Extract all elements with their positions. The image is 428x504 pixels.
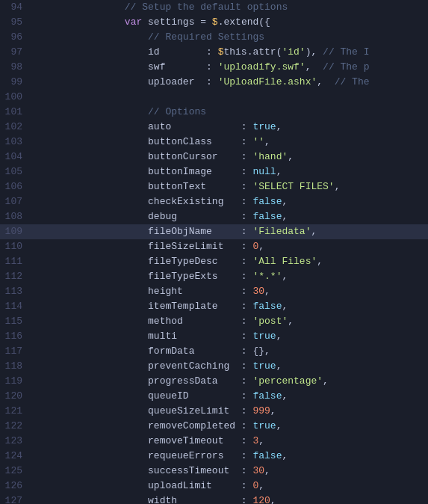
line-content: checkExisting : false, [31, 194, 428, 209]
line-content: progressData : 'percentage', [31, 374, 428, 389]
code-line: 123 removeTimeout : 3, [0, 434, 428, 449]
line-number: 127 [0, 494, 31, 504]
line-number: 126 [0, 479, 31, 494]
line-number: 102 [0, 120, 31, 135]
line-content: method : 'post', [31, 314, 428, 329]
line-number: 106 [0, 179, 31, 194]
line-number: 125 [0, 464, 31, 479]
code-line: 100 [0, 90, 428, 105]
line-content: width : 120, [31, 494, 428, 504]
code-line: 95 var settings = $.extend({ [0, 15, 428, 30]
code-line: 109 fileObjName : 'Filedata', [0, 224, 428, 239]
code-line: 99 uploader : 'UploadFile.ashx', // The [0, 75, 428, 90]
code-line: 108 debug : false, [0, 209, 428, 224]
code-line: 98 swf : 'uploadify.swf', // The p [0, 60, 428, 75]
line-content: queueSizeLimit : 999, [31, 404, 428, 419]
code-line: 116 multi : true, [0, 329, 428, 344]
line-number: 123 [0, 434, 31, 449]
line-content: swf : 'uploadify.swf', // The p [31, 60, 428, 75]
code-line: 111 fileTypeDesc : 'All Files', [0, 254, 428, 269]
line-number: 104 [0, 150, 31, 165]
line-number: 103 [0, 135, 31, 150]
line-content: // Required Settings [31, 30, 428, 45]
line-content: removeCompleted : true, [31, 419, 428, 434]
line-number: 94 [0, 0, 31, 15]
code-line: 96 // Required Settings [0, 30, 428, 45]
line-number: 118 [0, 359, 31, 374]
line-content: multi : true, [31, 329, 428, 344]
line-content: buttonCursor : 'hand', [31, 150, 428, 165]
line-number: 116 [0, 329, 31, 344]
code-line: 105 buttonImage : null, [0, 165, 428, 179]
code-line: 127 width : 120, [0, 494, 428, 504]
code-line: 97 id : $this.attr('id'), // The I [0, 45, 428, 60]
line-content: requeueErrors : false, [31, 449, 428, 464]
line-number: 101 [0, 105, 31, 120]
line-content: id : $this.attr('id'), // The I [31, 45, 428, 60]
code-line: 121 queueSizeLimit : 999, [0, 404, 428, 419]
code-line: 118 preventCaching : true, [0, 359, 428, 374]
code-line: 110 fileSizeLimit : 0, [0, 239, 428, 254]
line-content: fileSizeLimit : 0, [31, 239, 428, 254]
line-number: 112 [0, 269, 31, 284]
line-content: // Setup the default options [31, 0, 428, 15]
line-number: 119 [0, 374, 31, 389]
line-number: 121 [0, 404, 31, 419]
code-line: 106 buttonText : 'SELECT FILES', [0, 179, 428, 194]
line-content: fileTypeDesc : 'All Files', [31, 254, 428, 269]
line-content: height : 30, [31, 284, 428, 299]
line-content: preventCaching : true, [31, 359, 428, 374]
line-number: 98 [0, 60, 31, 75]
line-number: 124 [0, 449, 31, 464]
line-content: uploader : 'UploadFile.ashx', // The [31, 75, 428, 90]
code-line: 112 fileTypeExts : '*.*', [0, 269, 428, 284]
code-line: 114 itemTemplate : false, [0, 299, 428, 314]
code-line: 103 buttonClass : '', [0, 135, 428, 150]
line-content: fileTypeExts : '*.*', [31, 269, 428, 284]
line-content: buttonClass : '', [31, 135, 428, 150]
code-line: 119 progressData : 'percentage', [0, 374, 428, 389]
line-content [31, 90, 428, 105]
line-number: 111 [0, 254, 31, 269]
code-line: 126 uploadLimit : 0, [0, 479, 428, 494]
code-line: 117 formData : {}, [0, 344, 428, 359]
line-content: buttonImage : null, [31, 165, 428, 179]
line-content: debug : false, [31, 209, 428, 224]
line-number: 95 [0, 15, 31, 30]
line-number: 100 [0, 90, 31, 105]
code-line: 120 queueID : false, [0, 389, 428, 404]
line-content: successTimeout : 30, [31, 464, 428, 479]
code-line: 113 height : 30, [0, 284, 428, 299]
code-line: 101 // Options [0, 105, 428, 120]
line-number: 109 [0, 224, 31, 239]
line-number: 108 [0, 209, 31, 224]
line-number: 96 [0, 30, 31, 45]
code-editor: 94 // Setup the default options95 var se… [0, 0, 428, 504]
code-line: 122 removeCompleted : true, [0, 419, 428, 434]
code-line: 107 checkExisting : false, [0, 194, 428, 209]
line-content: removeTimeout : 3, [31, 434, 428, 449]
line-content: buttonText : 'SELECT FILES', [31, 179, 428, 194]
line-content: var settings = $.extend({ [31, 15, 428, 30]
line-number: 110 [0, 239, 31, 254]
code-line: 102 auto : true, [0, 120, 428, 135]
line-number: 97 [0, 45, 31, 60]
line-number: 120 [0, 389, 31, 404]
line-number: 105 [0, 165, 31, 179]
code-line: 125 successTimeout : 30, [0, 464, 428, 479]
line-content: // Options [31, 105, 428, 120]
line-content: auto : true, [31, 120, 428, 135]
line-number: 99 [0, 75, 31, 90]
code-line: 115 method : 'post', [0, 314, 428, 329]
line-number: 114 [0, 299, 31, 314]
code-line: 94 // Setup the default options [0, 0, 428, 15]
line-content: fileObjName : 'Filedata', [31, 224, 428, 239]
line-content: uploadLimit : 0, [31, 479, 428, 494]
line-number: 107 [0, 194, 31, 209]
line-number: 115 [0, 314, 31, 329]
line-number: 117 [0, 344, 31, 359]
line-content: queueID : false, [31, 389, 428, 404]
line-content: itemTemplate : false, [31, 299, 428, 314]
line-number: 113 [0, 284, 31, 299]
code-line: 124 requeueErrors : false, [0, 449, 428, 464]
